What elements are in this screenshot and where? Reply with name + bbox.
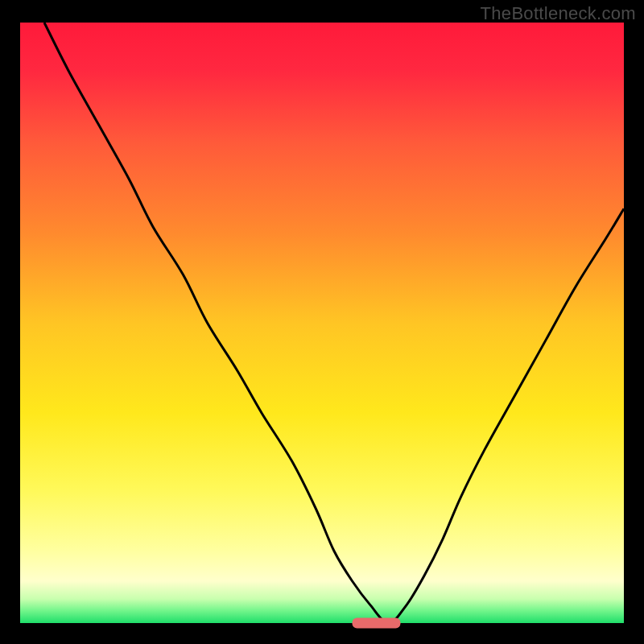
watermark-text: TheBottleneck.com xyxy=(481,3,636,24)
bottleneck-chart xyxy=(0,0,644,644)
chart-plot-area xyxy=(20,23,624,623)
optimal-marker xyxy=(353,618,401,629)
